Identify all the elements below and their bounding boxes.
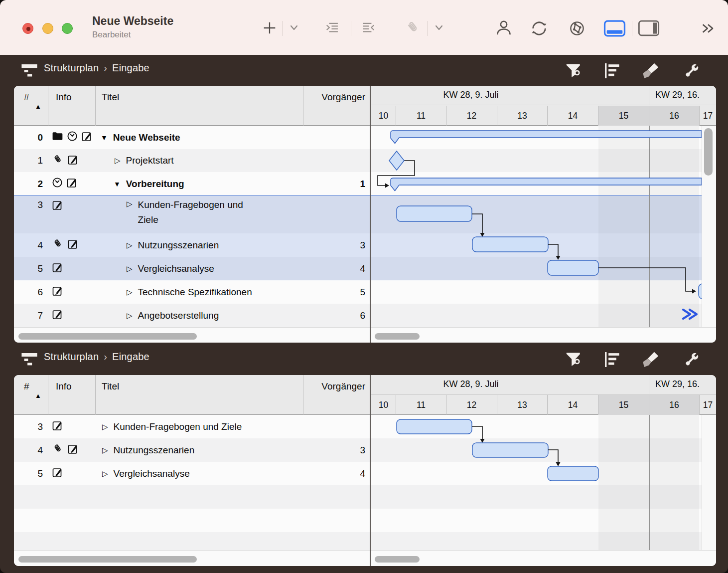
day-cell-weekend[interactable]: 16 <box>649 106 700 126</box>
format-brush-icon[interactable] <box>642 352 660 370</box>
disclosure-triangle[interactable]: ▷ <box>127 264 133 273</box>
breadcrumb-mode[interactable]: Eingabe <box>112 351 149 362</box>
day-cell[interactable]: 10 <box>371 395 396 415</box>
col-header-num[interactable]: # <box>24 92 29 103</box>
table-row-selected[interactable]: 3 ▷Kunden-Fragebogen und Ziele <box>14 195 370 233</box>
disclosure-triangle[interactable]: ▷ <box>102 469 108 478</box>
disclosure-triangle[interactable]: ▷ <box>127 241 133 250</box>
horizontal-scrollbar-thumb[interactable] <box>375 333 420 340</box>
row-title: Nutzungsszenarien <box>138 240 219 251</box>
gantt-bar-task[interactable] <box>548 260 598 275</box>
gantt-bar-task[interactable] <box>472 237 548 252</box>
day-cell[interactable]: 12 <box>446 395 497 415</box>
table-row[interactable]: 4 ▷Nutzungsszenarien 3 <box>14 438 370 462</box>
gantt-bar-task[interactable] <box>472 443 548 457</box>
disclosure-triangle[interactable]: ▷ <box>127 199 133 208</box>
gantt-bar-summary[interactable] <box>391 178 702 191</box>
gantt-bar-summary[interactable] <box>391 131 702 144</box>
day-cell[interactable]: 14 <box>548 106 598 126</box>
disclosure-triangle[interactable]: ▼ <box>114 180 121 188</box>
panel-bottom-icon[interactable] <box>603 20 626 39</box>
table-row[interactable]: 5 ▷Vergleichsanalyse 4 <box>14 462 370 485</box>
horizontal-scrollbar-thumb[interactable] <box>18 333 197 340</box>
col-header-title[interactable]: Titel <box>102 381 119 392</box>
disclosure-triangle[interactable]: ▷ <box>102 446 108 455</box>
wbs-view-icon[interactable] <box>21 64 38 79</box>
horizontal-scrollbar-track[interactable] <box>14 327 716 343</box>
table-row[interactable]: 7 ▷Angebotserstellung 6 <box>14 304 370 327</box>
vertical-scrollbar-thumb[interactable] <box>704 128 713 176</box>
outline-icon[interactable] <box>602 352 623 369</box>
format-brush-icon[interactable] <box>642 63 660 81</box>
table-gantt-splitter[interactable] <box>370 375 371 566</box>
horizontal-scrollbar-thumb[interactable] <box>375 556 420 563</box>
row-title: Vergleichsanalyse <box>114 468 190 479</box>
day-cell[interactable]: 13 <box>497 106 548 126</box>
predecessor-value: 3 <box>295 233 365 257</box>
day-cell[interactable]: 13 <box>497 395 548 415</box>
panel-right-icon[interactable] <box>638 20 660 38</box>
sync-icon[interactable] <box>530 19 549 40</box>
gantt-bar-task[interactable] <box>548 466 598 481</box>
minimize-button[interactable] <box>42 23 53 34</box>
zoom-button[interactable] <box>62 23 73 34</box>
table-row[interactable]: 3 ▷Kunden-Fragebogen und Ziele <box>14 415 370 438</box>
table-row[interactable]: 1 ▷Projektstart <box>14 149 370 172</box>
filter-icon[interactable] <box>566 63 582 80</box>
settings-wrench-icon[interactable] <box>683 351 701 370</box>
gantt-bar-task[interactable] <box>397 206 472 221</box>
user-icon[interactable] <box>495 19 513 39</box>
col-header-title[interactable]: Titel <box>102 92 119 103</box>
table-row-selected[interactable]: 5 ▷Vergleichsanalyse 4 <box>14 257 370 280</box>
close-button[interactable] <box>22 23 33 34</box>
col-header-info[interactable]: Info <box>56 92 72 103</box>
filter-icon[interactable] <box>566 352 582 369</box>
outline-icon[interactable] <box>602 63 623 80</box>
breadcrumb-mode[interactable]: Eingabe <box>112 62 149 73</box>
breadcrumb-view[interactable]: Strukturplan <box>44 62 99 73</box>
col-header-num[interactable]: # <box>24 381 29 392</box>
day-cell[interactable]: 17 <box>700 106 716 126</box>
wbs-view-icon[interactable] <box>21 353 38 368</box>
day-cell[interactable]: 14 <box>548 395 598 415</box>
horizontal-scrollbar-track[interactable] <box>14 550 716 566</box>
day-cell[interactable]: 10 <box>371 106 396 126</box>
toolbar-overflow-icon[interactable] <box>700 22 717 37</box>
settings-wrench-icon[interactable] <box>683 62 701 81</box>
day-cell[interactable]: 17 <box>700 395 716 415</box>
table-row[interactable]: 2 ▼Vorbereitung 1 <box>14 172 370 195</box>
disclosure-triangle[interactable]: ▷ <box>102 422 108 431</box>
day-cell-weekend[interactable]: 15 <box>598 106 649 126</box>
table-row[interactable]: 6 ▷Technische Spezifikationen 5 <box>14 280 370 304</box>
table-row[interactable]: 0 ▼Neue Webseite <box>14 126 370 149</box>
vertical-scrollbar-track[interactable] <box>702 415 716 550</box>
gantt-milestone[interactable] <box>389 151 404 170</box>
disclosure-triangle[interactable]: ▷ <box>127 311 133 320</box>
col-header-predecessor[interactable]: Vorgänger <box>303 381 365 392</box>
table-gantt-splitter[interactable] <box>370 86 371 343</box>
breadcrumb-view[interactable]: Strukturplan <box>44 351 99 362</box>
indent-icon[interactable] <box>319 21 345 36</box>
outdent-icon[interactable] <box>356 21 382 36</box>
offscreen-right-chevrons-icon[interactable] <box>683 310 697 319</box>
disclosure-triangle[interactable]: ▷ <box>127 288 133 297</box>
table-row-selected[interactable]: 4 ▷Nutzungsszenarien 3 <box>14 233 370 257</box>
gantt-bar-task[interactable] <box>397 419 472 434</box>
disclosure-triangle[interactable]: ▼ <box>101 134 108 142</box>
col-header-predecessor[interactable]: Vorgänger <box>303 92 365 103</box>
day-cell-weekend[interactable]: 16 <box>649 395 700 415</box>
day-cell[interactable]: 11 <box>396 106 446 126</box>
predecessor-value: 6 <box>295 304 365 327</box>
attachment-options-chevron-icon[interactable] <box>434 24 444 34</box>
disclosure-triangle[interactable]: ▷ <box>115 156 121 165</box>
breadcrumb[interactable]: Strukturplan›Eingabe <box>44 351 149 363</box>
day-cell[interactable]: 11 <box>396 395 446 415</box>
add-icon[interactable] <box>261 19 278 38</box>
day-cell[interactable]: 12 <box>446 106 497 126</box>
horizontal-scrollbar-thumb[interactable] <box>18 556 197 563</box>
breadcrumb[interactable]: Strukturplan›Eingabe <box>44 62 149 74</box>
add-options-chevron-icon[interactable] <box>289 24 299 34</box>
col-header-info[interactable]: Info <box>56 381 72 392</box>
day-cell-weekend[interactable]: 15 <box>598 395 649 415</box>
network-icon[interactable] <box>568 19 586 39</box>
